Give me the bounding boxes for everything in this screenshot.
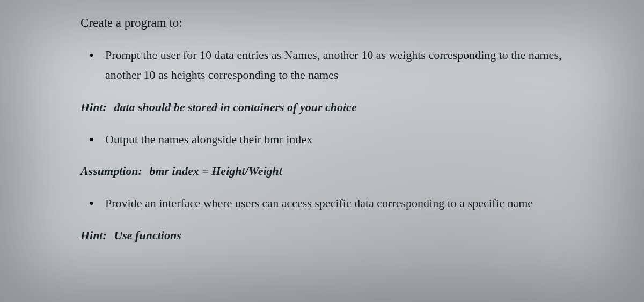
bullet-item-1: Prompt the user for 10 data entries as N… <box>105 45 564 85</box>
hint-1: Hint: data should be stored in container… <box>80 100 564 114</box>
intro-text: Create a program to: <box>80 16 564 30</box>
bullet-list-3: Provide an interface where users can acc… <box>80 193 564 213</box>
hint-2: Hint: Use functions <box>80 229 564 242</box>
bullet-list-1: Prompt the user for 10 data entries as N… <box>80 45 564 85</box>
bullet-item-2: Output the names alongside their bmr ind… <box>105 129 564 149</box>
hint-text-1: data should be stored in containers of y… <box>114 100 356 114</box>
assumption-label: Assumption: <box>80 164 142 178</box>
assumption-text: bmr index = Height/Weight <box>149 164 282 178</box>
document-content: Create a program to: Prompt the user for… <box>80 16 564 242</box>
assumption: Assumption: bmr index = Height/Weight <box>80 164 564 178</box>
hint-label-1: Hint: <box>80 100 107 114</box>
bullet-item-3: Provide an interface where users can acc… <box>105 193 564 213</box>
hint-text-2: Use functions <box>114 229 181 242</box>
bullet-list-2: Output the names alongside their bmr ind… <box>80 129 564 149</box>
hint-label-2: Hint: <box>80 229 107 242</box>
